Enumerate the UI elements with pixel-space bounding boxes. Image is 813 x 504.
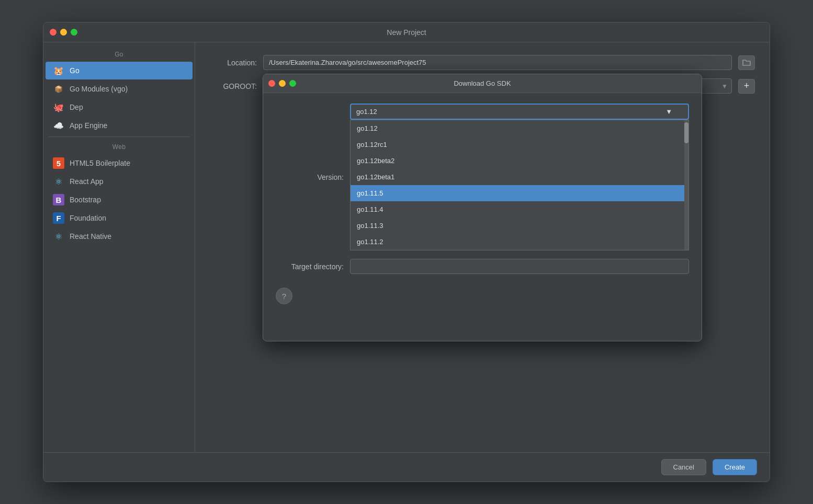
scrollbar-thumb[interactable] [684,122,688,143]
version-option-go1113[interactable]: go1.11.3 [351,217,688,234]
sdk-help-button[interactable]: ? [276,288,292,304]
location-row: Location: [210,55,755,70]
sidebar-item-app-engine[interactable]: ☁️ App Engine [46,117,193,134]
goroot-label: GOROOT: [210,82,257,90]
maximize-button[interactable] [71,29,77,36]
bottom-bar: Cancel Create [43,452,770,482]
react-native-icon: ⚛ [53,231,64,242]
sdk-dialog: Download Go SDK Version: go1.12 ▼ [263,74,702,341]
sdk-dialog-titlebar: Download Go SDK [263,74,702,93]
window-title: New Project [387,28,426,37]
sdk-dialog-content: Version: go1.12 ▼ go1.12 [263,93,702,315]
close-button[interactable] [50,29,57,36]
version-select-display[interactable]: go1.12 ▼ [350,104,689,120]
go-modules-icon: 📦 [53,83,64,95]
version-dropdown-arrow-icon: ▼ [665,108,672,116]
sidebar-item-bootstrap[interactable]: B Bootstrap [46,191,193,209]
right-panel: Location: GOROOT: <No SDK> ▼ + [195,42,770,452]
sidebar-item-react-native[interactable]: ⚛ React Native [46,227,193,245]
add-sdk-button[interactable]: + [738,79,755,94]
html5-icon: 5 [53,157,64,169]
main-dialog: New Project Go 🐹 Go 📦 Go Modules (vgo) 🐙… [43,22,770,482]
sidebar-item-label-go: Go [70,66,80,75]
sidebar-item-html5[interactable]: 5 HTML5 Boilerplate [46,154,193,172]
sdk-dialog-close-button[interactable] [268,80,275,87]
sidebar-item-label-react-app: React App [70,177,104,186]
sidebar: Go 🐹 Go 📦 Go Modules (vgo) 🐙 Dep ☁️ App … [43,42,195,452]
version-option-go112beta1[interactable]: go1.12beta1 [351,169,688,185]
sdk-version-row: Version: go1.12 ▼ go1.12 [276,104,689,250]
foundation-icon: F [53,212,64,224]
sidebar-item-label-react-native: React Native [70,232,111,240]
minimize-button[interactable] [60,29,67,36]
sidebar-item-go[interactable]: 🐹 Go [46,62,193,79]
go-icon: 🐹 [53,65,64,76]
version-dropdown: go1.12 go1.12rc1 go1.12beta2 go1.12beta1… [350,120,689,250]
sidebar-section-web: Web [43,139,195,154]
version-option-go1115[interactable]: go1.11.5 [351,185,688,201]
cancel-button[interactable]: Cancel [661,459,706,475]
dep-icon: 🐙 [53,101,64,113]
sdk-dialog-controls [268,80,296,87]
sidebar-item-label-html5: HTML5 Boilerplate [70,159,130,167]
location-label: Location: [210,59,257,67]
create-button[interactable]: Create [713,459,757,475]
sdk-target-dir-label: Target directory: [276,262,344,271]
folder-browse-button[interactable] [738,55,755,70]
sidebar-item-label-dep: Dep [70,103,83,111]
sidebar-item-label-bootstrap: Bootstrap [70,196,101,204]
sdk-version-label: Version: [276,173,344,181]
sdk-dialog-overlay: Download Go SDK Version: go1.12 ▼ [195,42,770,452]
version-option-go1112[interactable]: go1.11.2 [351,234,688,250]
sidebar-item-react-app[interactable]: ⚛ React App [46,173,193,190]
sidebar-section-go: Go [43,47,195,61]
bootstrap-icon: B [53,194,64,205]
sdk-dialog-minimize-button[interactable] [279,80,286,87]
version-option-go112beta2[interactable]: go1.12beta2 [351,153,688,169]
app-engine-icon: ☁️ [53,120,64,131]
version-select-wrapper: go1.12 ▼ go1.12 go1.12rc1 go1.12beta2 [350,104,689,250]
sidebar-item-label-foundation: Foundation [70,214,106,222]
sdk-dialog-footer [263,315,702,341]
sidebar-item-foundation[interactable]: F Foundation [46,209,193,227]
location-input[interactable] [263,55,732,70]
sdk-target-dir-row: Target directory: [276,259,689,274]
version-option-go112rc1[interactable]: go1.12rc1 [351,136,688,153]
scrollbar-track [684,120,688,250]
sidebar-item-label-go-modules: Go Modules (vgo) [70,85,128,93]
sidebar-item-go-modules[interactable]: 📦 Go Modules (vgo) [46,80,193,98]
selected-version-text: go1.12 [356,108,377,116]
sdk-dialog-title: Download Go SDK [454,79,511,87]
sidebar-item-label-app-engine: App Engine [70,121,107,130]
sdk-dialog-maximize-button[interactable] [289,80,296,87]
target-dir-input[interactable] [350,259,689,274]
sidebar-divider-web [49,136,189,137]
version-option-go112[interactable]: go1.12 [351,120,688,136]
window-controls [50,29,77,36]
react-icon: ⚛ [53,176,64,187]
folder-icon [742,59,751,66]
version-option-go1114[interactable]: go1.11.4 [351,201,688,217]
main-content: Go 🐹 Go 📦 Go Modules (vgo) 🐙 Dep ☁️ App … [43,42,770,452]
title-bar: New Project [43,22,770,42]
sidebar-item-dep[interactable]: 🐙 Dep [46,98,193,116]
